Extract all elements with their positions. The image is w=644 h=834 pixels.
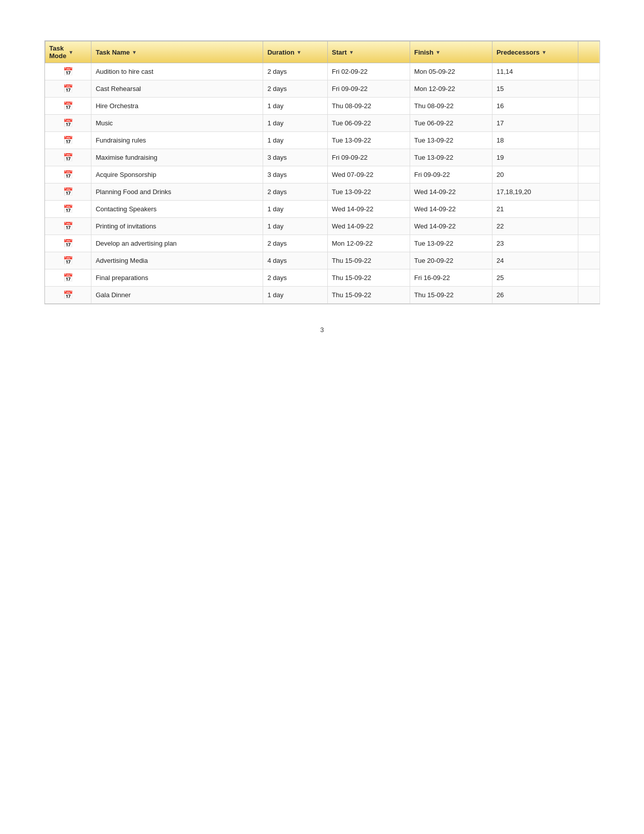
start-cell: Wed 14-09-22 [328, 201, 410, 218]
task-name-cell: Gala Dinner [91, 287, 263, 304]
task-mode-icon: 📅 [63, 204, 73, 214]
start-cell: Thu 08-09-22 [328, 98, 410, 115]
extra-cell [578, 149, 600, 166]
task-mode-cell: 📅 [45, 218, 91, 235]
predecessors-cell: 17,18,19,20 [492, 183, 578, 201]
task-name-cell: Audition to hire cast [91, 63, 263, 80]
extra-cell [578, 252, 600, 269]
col-header-duration[interactable]: Duration ▼ [263, 41, 328, 63]
start-cell: Fri 09-09-22 [328, 80, 410, 98]
predecessors-cell: 24 [492, 252, 578, 269]
duration-cell: 1 day [263, 98, 328, 115]
extra-cell [578, 98, 600, 115]
task-name-cell: Cast Rehearsal [91, 80, 263, 98]
col-header-task-name[interactable]: Task Name ▼ [91, 41, 263, 63]
task-name-cell: Advertising Media [91, 252, 263, 269]
predecessors-cell: 15 [492, 80, 578, 98]
table-row: 📅Printing of invitations1 dayWed 14-09-2… [45, 218, 600, 235]
start-cell: Tue 13-09-22 [328, 183, 410, 201]
col-header-predecessors-label: Predecessors [497, 49, 539, 56]
predecessors-cell: 20 [492, 166, 578, 183]
col-header-task-name-label: Task Name [95, 49, 130, 56]
gantt-table-wrapper: TaskMode ▼ Task Name ▼ Duration ▼ [44, 40, 600, 304]
table-row: 📅Fundraising rules1 dayTue 13-09-22Tue 1… [45, 132, 600, 149]
task-name-cell: Music [91, 115, 263, 132]
start-cell: Tue 06-09-22 [328, 115, 410, 132]
page-container: TaskMode ▼ Task Name ▼ Duration ▼ [44, 40, 600, 334]
predecessors-cell: 23 [492, 235, 578, 252]
finish-cell: Tue 06-09-22 [410, 115, 492, 132]
task-mode-cell: 📅 [45, 132, 91, 149]
finish-cell: Tue 13-09-22 [410, 235, 492, 252]
task-mode-icon: 📅 [63, 290, 73, 300]
task-mode-icon: 📅 [63, 273, 73, 283]
col-header-finish[interactable]: Finish ▼ [410, 41, 492, 63]
duration-cell: 2 days [263, 63, 328, 80]
extra-cell [578, 183, 600, 201]
extra-cell [578, 166, 600, 183]
page-number: 3 [44, 326, 600, 334]
task-name-cell: Planning Food and Drinks [91, 183, 263, 201]
table-row: 📅Final preparations2 daysThu 15-09-22Fri… [45, 269, 600, 287]
sort-arrow-finish[interactable]: ▼ [435, 50, 440, 55]
task-mode-cell: 📅 [45, 235, 91, 252]
extra-cell [578, 115, 600, 132]
predecessors-cell: 25 [492, 269, 578, 287]
table-row: 📅Audition to hire cast2 daysFri 02-09-22… [45, 63, 600, 80]
duration-cell: 2 days [263, 235, 328, 252]
sort-arrow-task-mode[interactable]: ▼ [68, 50, 73, 55]
col-header-task-mode-label: TaskMode [49, 44, 67, 60]
sort-arrow-start[interactable]: ▼ [349, 50, 354, 55]
extra-cell [578, 269, 600, 287]
duration-cell: 4 days [263, 252, 328, 269]
sort-arrow-duration[interactable]: ▼ [296, 50, 302, 55]
duration-cell: 2 days [263, 269, 328, 287]
duration-cell: 1 day [263, 115, 328, 132]
task-name-cell: Printing of invitations [91, 218, 263, 235]
task-mode-cell: 📅 [45, 115, 91, 132]
task-mode-icon: 📅 [63, 170, 73, 179]
table-row: 📅Acquire Sponsorship3 daysWed 07-09-22Fr… [45, 166, 600, 183]
duration-cell: 2 days [263, 80, 328, 98]
start-cell: Wed 07-09-22 [328, 166, 410, 183]
task-mode-cell: 📅 [45, 166, 91, 183]
task-mode-icon: 📅 [63, 67, 73, 76]
col-header-task-mode[interactable]: TaskMode ▼ [45, 41, 91, 63]
extra-cell [578, 287, 600, 304]
task-mode-icon: 📅 [63, 101, 73, 111]
sort-arrow-task-name[interactable]: ▼ [132, 50, 137, 55]
table-row: 📅Cast Rehearsal2 daysFri 09-09-22Mon 12-… [45, 80, 600, 98]
col-header-start[interactable]: Start ▼ [328, 41, 410, 63]
table-row: 📅Planning Food and Drinks2 daysTue 13-09… [45, 183, 600, 201]
start-cell: Thu 15-09-22 [328, 269, 410, 287]
task-mode-cell: 📅 [45, 63, 91, 80]
table-row: 📅Hire Orchestra1 dayThu 08-09-22Thu 08-0… [45, 98, 600, 115]
table-row: 📅Maximise fundraising3 daysFri 09-09-22T… [45, 149, 600, 166]
task-name-cell: Develop an advertising plan [91, 235, 263, 252]
finish-cell: Wed 14-09-22 [410, 201, 492, 218]
task-mode-cell: 📅 [45, 252, 91, 269]
gantt-table: TaskMode ▼ Task Name ▼ Duration ▼ [45, 41, 600, 304]
finish-cell: Thu 15-09-22 [410, 287, 492, 304]
task-mode-cell: 📅 [45, 269, 91, 287]
duration-cell: 1 day [263, 132, 328, 149]
task-name-cell: Fundraising rules [91, 132, 263, 149]
finish-cell: Tue 13-09-22 [410, 149, 492, 166]
sort-arrow-predecessors[interactable]: ▼ [541, 50, 547, 55]
predecessors-cell: 22 [492, 218, 578, 235]
predecessors-cell: 16 [492, 98, 578, 115]
col-header-start-label: Start [332, 49, 347, 56]
task-mode-icon: 📅 [63, 84, 73, 94]
table-row: 📅Advertising Media4 daysThu 15-09-22Tue … [45, 252, 600, 269]
table-header-row: TaskMode ▼ Task Name ▼ Duration ▼ [45, 41, 600, 63]
finish-cell: Tue 20-09-22 [410, 252, 492, 269]
extra-cell [578, 63, 600, 80]
col-header-predecessors[interactable]: Predecessors ▼ [492, 41, 578, 63]
start-cell: Thu 15-09-22 [328, 287, 410, 304]
task-mode-icon: 📅 [63, 153, 73, 162]
table-row: 📅Gala Dinner1 dayThu 15-09-22Thu 15-09-2… [45, 287, 600, 304]
predecessors-cell: 19 [492, 149, 578, 166]
task-mode-icon: 📅 [63, 239, 73, 248]
start-cell: Wed 14-09-22 [328, 218, 410, 235]
task-name-cell: Final preparations [91, 269, 263, 287]
